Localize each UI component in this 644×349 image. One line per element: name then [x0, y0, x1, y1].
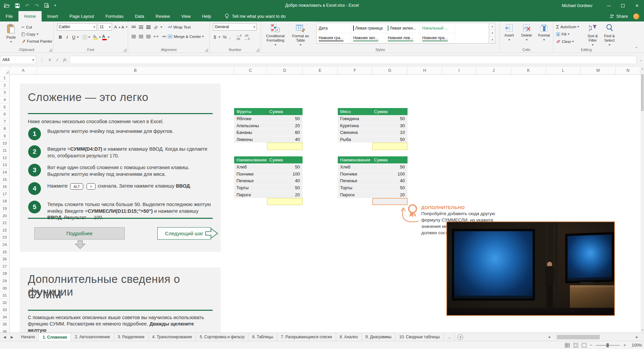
- cell-style-item[interactable]: Нижняя пра...: [420, 33, 455, 43]
- cell-style-item[interactable]: Начальный ...: [420, 23, 455, 33]
- font-size-select[interactable]: 11▾: [98, 23, 112, 31]
- gallery-scroll-down[interactable]: ▼: [490, 30, 495, 37]
- row-header[interactable]: 12: [0, 154, 9, 162]
- column-header[interactable]: J: [476, 66, 511, 74]
- yellow-input-cell[interactable]: [267, 143, 303, 150]
- sort-filter-button[interactable]: AZ Sort & Filter ▾: [584, 22, 601, 46]
- cancel-icon[interactable]: ✕: [48, 57, 52, 62]
- ribbon-tab[interactable]: Home: [18, 11, 42, 21]
- insert-function-icon[interactable]: fx: [63, 57, 66, 62]
- more-details-button[interactable]: Подробнее: [34, 227, 125, 240]
- row-header[interactable]: 18: [0, 198, 9, 205]
- column-header[interactable]: M: [581, 66, 616, 74]
- row-header[interactable]: 33: [0, 306, 9, 314]
- merge-center-button[interactable]: Merge & Center▾: [168, 33, 204, 40]
- font-dialog-launcher[interactable]: [123, 49, 126, 52]
- add-sheet-button[interactable]: +: [458, 334, 463, 340]
- italic-button[interactable]: I: [64, 35, 70, 40]
- horizontal-scroll-thumb[interactable]: [557, 335, 600, 339]
- sheet-tab[interactable]: 5. Сортировка и фильтр: [196, 333, 249, 341]
- column-header[interactable]: F: [338, 66, 372, 74]
- sheet-nav-next-icon[interactable]: ▶: [11, 335, 13, 339]
- row-header[interactable]: 6: [0, 111, 9, 118]
- table-row[interactable]: Говядина50: [338, 115, 408, 122]
- sheet-tab[interactable]: Начало: [17, 333, 39, 341]
- scroll-down-icon[interactable]: ▼: [641, 329, 644, 331]
- accounting-format-button[interactable]: $: [214, 35, 216, 40]
- row-header[interactable]: 23: [0, 234, 9, 241]
- column-header[interactable]: E: [303, 66, 338, 74]
- hscroll-right-icon[interactable]: ▶: [635, 336, 639, 339]
- sheet-tab[interactable]: 4. Транспонирование: [149, 333, 196, 341]
- close-button[interactable]: ✕: [630, 0, 644, 11]
- collapse-ribbon-button[interactable]: ⌃: [635, 46, 638, 51]
- cell-style-item[interactable]: [351, 43, 386, 44]
- cell-style-item[interactable]: Нижняя лев...: [386, 33, 420, 43]
- row-header[interactable]: 19: [0, 205, 9, 212]
- table-row[interactable]: Пироги20: [338, 191, 408, 198]
- column-header[interactable]: G: [372, 66, 408, 74]
- table-fruits[interactable]: ФруктыСумма Яблоки50Апельсины20Бананы60Л…: [234, 108, 303, 150]
- cell-style-item[interactable]: Правая зеле...: [317, 43, 351, 44]
- table-row[interactable]: Пироги20: [234, 191, 303, 198]
- format-painter-button[interactable]: Format Painter: [21, 38, 52, 45]
- shrink-font-button[interactable]: A▼: [121, 23, 128, 31]
- scroll-up-icon[interactable]: ▲: [641, 67, 644, 70]
- row-header[interactable]: 8: [0, 125, 9, 133]
- table-row[interactable]: Апельсины20: [234, 122, 303, 129]
- sheet-tab[interactable]: 2. Автозаполнение: [71, 333, 114, 341]
- row-header[interactable]: 26: [0, 256, 9, 263]
- row-header[interactable]: 28: [0, 270, 9, 278]
- row-header[interactable]: 16: [0, 183, 9, 191]
- table-row[interactable]: Курятина30: [338, 122, 408, 129]
- fill-color-button[interactable]: [92, 34, 99, 41]
- row-header[interactable]: 15: [0, 176, 9, 183]
- row-header[interactable]: 4: [0, 96, 9, 104]
- column-header[interactable]: A: [10, 66, 37, 74]
- align-bottom-icon[interactable]: [146, 26, 151, 29]
- column-header[interactable]: C: [234, 66, 267, 74]
- underline-button[interactable]: U: [70, 35, 77, 40]
- table-items-left[interactable]: НаименованиеСумма Хлеб50Пончики100Печень…: [234, 156, 303, 205]
- column-header[interactable]: K: [511, 66, 546, 74]
- table-items-right[interactable]: НаименованиеСумма Хлеб50Пончики100Печень…: [338, 156, 408, 205]
- format-as-table-button[interactable]: Format as Table ▾: [288, 22, 313, 46]
- sheet-tab[interactable]: 8. Анализ: [336, 333, 362, 341]
- cut-button[interactable]: ✂Cut: [21, 23, 32, 31]
- sheet-tab[interactable]: 7. Раскрывающиеся списки: [277, 333, 336, 341]
- zoom-level[interactable]: 100%: [629, 343, 642, 348]
- sheet-tab[interactable]: ...: [444, 333, 455, 341]
- row-header[interactable]: 2: [0, 82, 9, 89]
- decrease-indent-icon[interactable]: ⇤≡: [154, 35, 158, 38]
- column-header[interactable]: N: [616, 66, 640, 74]
- row-header[interactable]: 34: [0, 314, 9, 321]
- maximize-button[interactable]: [616, 0, 630, 11]
- row-header[interactable]: 27: [0, 263, 9, 270]
- row-header[interactable]: 9: [0, 133, 9, 140]
- row-header[interactable]: 7: [0, 118, 9, 126]
- comma-style-button[interactable]: ,: [229, 35, 231, 40]
- table-row[interactable]: Печенье40: [234, 177, 303, 184]
- ribbon-tab[interactable]: File: [0, 11, 18, 21]
- table-row[interactable]: Печенье40: [338, 177, 408, 184]
- percent-style-button[interactable]: %: [223, 35, 227, 40]
- fill-button[interactable]: Fill▾: [556, 31, 569, 38]
- horizontal-scrollbar[interactable]: ◀ ▶: [547, 334, 639, 340]
- sheet-canvas[interactable]: Сложение — это легко Ниже описаны нескол…: [10, 74, 641, 333]
- yellow-input-cell[interactable]: [372, 143, 408, 150]
- table-meat[interactable]: МясоСумма Говядина50Курятина30Свинина10Р…: [338, 108, 408, 150]
- user-avatar[interactable]: [633, 13, 639, 19]
- align-middle-icon[interactable]: [139, 26, 143, 29]
- zoom-slider[interactable]: [596, 345, 620, 346]
- row-header[interactable]: 17: [0, 191, 9, 198]
- row-header[interactable]: 10: [0, 140, 9, 147]
- select-all-corner[interactable]: [0, 66, 10, 74]
- cell-style-item[interactable]: Левая граница: [351, 23, 386, 33]
- row-header[interactable]: 11: [0, 147, 9, 154]
- row-header[interactable]: 3: [0, 89, 9, 96]
- increase-decimal-icon[interactable]: ←.0.00: [236, 34, 241, 41]
- page-break-view-button[interactable]: [582, 343, 587, 348]
- enter-icon[interactable]: ✓: [56, 57, 59, 62]
- wrap-text-button[interactable]: abWrap Text: [168, 23, 191, 31]
- find-select-button[interactable]: Find & Select ▾: [601, 22, 618, 46]
